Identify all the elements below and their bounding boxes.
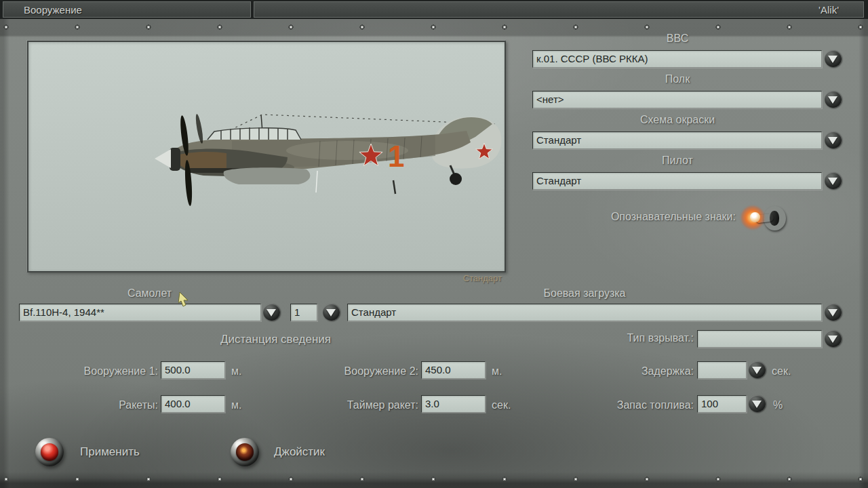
chevron-down-icon xyxy=(752,401,762,408)
fuse-type-dropdown-button[interactable] xyxy=(825,330,842,347)
fuel-unit: % xyxy=(773,399,783,411)
rocket-timer-label: Таймер ракет: xyxy=(285,399,418,411)
paint-scheme-select[interactable]: Стандарт xyxy=(532,131,822,149)
delay-unit: сек. xyxy=(772,365,791,378)
skin-caption: Стандарт xyxy=(27,273,502,283)
fuel-input[interactable]: 100 xyxy=(697,395,747,413)
toggle-tip-icon xyxy=(750,212,760,222)
top-tab-bar: Вооружение 'Alik' xyxy=(0,0,868,19)
rockets-label: Ракеты: xyxy=(14,399,158,411)
tab-armament[interactable]: Вооружение xyxy=(3,1,251,18)
red-button-icon xyxy=(41,443,58,461)
delay-input[interactable] xyxy=(697,361,747,379)
vvs-label: ВВС xyxy=(532,33,823,45)
chevron-down-icon xyxy=(828,178,837,185)
screw-row-top-icon xyxy=(2,23,866,31)
vvs-select[interactable]: к.01. СССР (ВВС РККА) xyxy=(532,50,822,68)
loadout-select[interactable]: Стандарт xyxy=(347,304,822,321)
fuse-type-select[interactable] xyxy=(697,330,822,348)
dark-button-icon xyxy=(236,443,254,461)
delay-label: Задержка: xyxy=(532,365,694,378)
weapon1-input[interactable]: 500.0 xyxy=(161,361,225,379)
chevron-down-icon xyxy=(828,137,837,144)
chevron-down-icon xyxy=(267,309,276,317)
vvs-dropdown-button[interactable] xyxy=(825,50,842,67)
tactical-number: 1 xyxy=(388,140,404,173)
chevron-down-icon xyxy=(828,56,837,63)
fuel-dropdown-button[interactable] xyxy=(749,395,766,412)
markings-label: Опознавательные знаки: xyxy=(532,211,736,223)
aircraft-preview: 1 xyxy=(27,41,506,272)
loadout-dropdown-button[interactable] xyxy=(825,304,842,321)
joystick-button-label[interactable]: Джойстик xyxy=(274,445,325,459)
joystick-button[interactable] xyxy=(231,438,259,466)
aircraft-select[interactable]: Bf.110H-4, 1944** xyxy=(19,304,261,321)
mouse-cursor-icon xyxy=(178,292,192,307)
regiment-dropdown-button[interactable] xyxy=(825,91,842,108)
pilot-label: Пилот xyxy=(532,155,823,167)
chevron-down-icon xyxy=(752,367,762,374)
chevron-down-icon xyxy=(828,96,837,104)
chevron-down-icon xyxy=(828,309,837,317)
aircraft-count-dropdown-button[interactable] xyxy=(323,304,340,321)
pilot-dropdown-button[interactable] xyxy=(825,172,842,189)
regiment-select[interactable]: <нет> xyxy=(532,91,822,108)
chevron-down-icon xyxy=(326,309,336,317)
chevron-down-icon xyxy=(828,336,837,343)
apply-button-label[interactable]: Применить xyxy=(80,445,140,459)
rockets-input[interactable]: 400.0 xyxy=(161,395,225,413)
paint-scheme-label: Схема окраски xyxy=(532,114,823,126)
regiment-label: Полк xyxy=(532,73,823,85)
weapon1-label: Вооружение 1: xyxy=(14,365,158,378)
aircraft-side-view-image: 1 xyxy=(28,42,502,268)
weapon1-unit: м. xyxy=(231,365,241,378)
rocket-timer-unit: сек. xyxy=(492,399,511,411)
armament-screen: Вооружение 'Alik' xyxy=(0,0,868,488)
aircraft-label: Самолет xyxy=(19,287,280,300)
pilot-select[interactable]: Стандарт xyxy=(532,172,822,190)
delay-dropdown-button[interactable] xyxy=(749,361,766,378)
weapon2-unit: м. xyxy=(492,365,502,378)
fuse-type-label: Тип взрыват.: xyxy=(532,332,694,344)
screw-row-bottom-icon xyxy=(2,475,866,483)
weapon2-label: Вооружение 2: xyxy=(285,365,418,378)
tab-player-name[interactable]: 'Alik' xyxy=(254,1,864,18)
apply-button[interactable] xyxy=(35,438,64,466)
aircraft-dropdown-button[interactable] xyxy=(263,304,280,321)
rockets-unit: м. xyxy=(231,399,241,411)
paint-scheme-dropdown-button[interactable] xyxy=(825,131,842,148)
markings-toggle[interactable] xyxy=(742,204,787,232)
aircraft-count-field[interactable]: 1 xyxy=(290,304,317,321)
weapon2-input[interactable]: 450.0 xyxy=(421,361,486,379)
fuel-label: Запас топлива: xyxy=(532,399,694,411)
rocket-timer-input[interactable]: 3.0 xyxy=(421,395,486,413)
loadout-label: Боевая загрузка xyxy=(347,287,822,300)
convergence-title: Дистанция сведения xyxy=(220,333,331,346)
